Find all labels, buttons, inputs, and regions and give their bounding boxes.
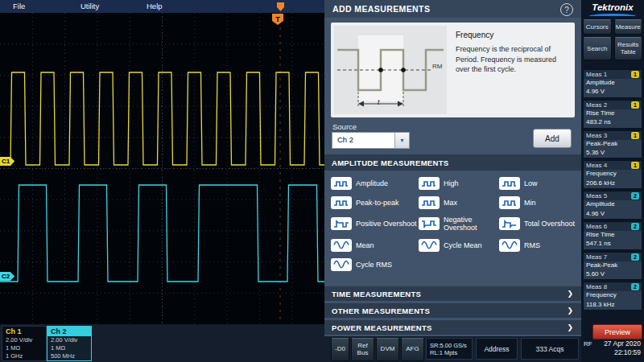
date-label: 27 Apr 2020 xyxy=(604,339,641,348)
menu-help[interactable]: Help xyxy=(147,2,163,10)
measurement-cycle-rms[interactable]: Cycle RMS xyxy=(331,258,419,271)
preview-button[interactable]: Preview xyxy=(592,324,642,339)
meas-5-badge[interactable]: Meas 52 Amplitude 4.96 V xyxy=(583,191,642,220)
amplitude-measurements-grid: Amplitude High Low Peak-to-peak Max Min xyxy=(331,177,577,271)
rms-icon xyxy=(499,239,520,252)
acqs-count-tile: 333 Acqs xyxy=(521,338,579,360)
ref-bus-button[interactable]: Ref Bus xyxy=(351,338,374,361)
datetime: 27 Apr 2020 22:10:59 xyxy=(604,339,641,357)
measure-button[interactable]: Measure xyxy=(614,19,643,35)
source-channel-badge: 1 xyxy=(631,101,639,109)
measurement-info-title: Frequency xyxy=(456,31,493,39)
meas-6-badge[interactable]: Meas 62 Rise Time 547.1 ns xyxy=(583,221,642,250)
source-channel-badge: 2 xyxy=(631,253,639,261)
dialog-header: ADD MEASUREMENTS xyxy=(324,0,581,18)
frequency-diagram-icon xyxy=(334,26,447,114)
total-overshoot-icon xyxy=(499,217,520,230)
other-measurements-section[interactable]: OTHER MEASUREMENTS ❯ xyxy=(324,303,581,318)
measurement-peak-to-peak[interactable]: Peak-to-peak xyxy=(331,196,419,209)
meas-8-badge[interactable]: Meas 82 Frequency 118.3 kHz xyxy=(583,282,642,311)
chevron-right-icon: ❯ xyxy=(567,290,581,298)
negative-overshoot-icon xyxy=(419,217,440,230)
measurement-total-overshoot[interactable]: Total Overshoot xyxy=(499,216,577,232)
waveform-display[interactable]: T C1 C2 xyxy=(0,13,324,324)
min-icon xyxy=(499,196,520,209)
measurement-badges: Meas 11 Amplitude 4.96 V Meas 21 Rise Ti… xyxy=(581,69,644,312)
measurement-info-description: Frequency is the reciprocal of Period. F… xyxy=(456,44,570,75)
amplitude-section-header: AMPLITUDE MEASUREMENTS xyxy=(324,154,581,171)
chevron-right-icon: ❯ xyxy=(567,323,581,331)
menu-file[interactable]: File xyxy=(13,2,25,10)
cursors-button[interactable]: Cursors xyxy=(583,19,612,35)
measurement-rms[interactable]: RMS xyxy=(499,239,577,252)
mean-icon xyxy=(331,239,352,252)
cycle-rms-icon xyxy=(331,258,352,271)
positive-overshoot-icon xyxy=(331,217,352,230)
meas-4-badge[interactable]: Meas 41 Frequency 206.6 kHz xyxy=(583,160,642,189)
rf-label: RF xyxy=(584,340,592,348)
low-icon xyxy=(499,177,520,190)
peak-to-peak-icon xyxy=(331,196,352,209)
measurement-max[interactable]: Max xyxy=(419,196,499,209)
chevron-down-icon[interactable]: ▼ xyxy=(394,133,409,148)
menu-utility[interactable]: Utility xyxy=(80,2,99,10)
ch2-tile[interactable]: Ch 2 2.00 V/div 1 MΩ 500 MHz xyxy=(47,326,92,361)
afg-button[interactable]: AFG xyxy=(401,338,424,361)
meas-1-badge[interactable]: Meas 11 Amplitude 4.96 V xyxy=(583,69,642,98)
meas-3-badge[interactable]: Meas 31 Peak-Peak 5.36 V xyxy=(583,130,642,159)
results-table-button[interactable]: Results Table xyxy=(614,37,643,60)
dvm-button[interactable]: DVM xyxy=(376,338,399,361)
logo-swoosh xyxy=(589,14,636,16)
menu-bar: File Utility Help xyxy=(0,0,324,13)
acquisition-settings-tile[interactable]: SR:5.00 GS/s RL:1 Mpts xyxy=(426,338,473,360)
source-label: Source xyxy=(332,122,357,131)
dialog-title: ADD MEASUREMENTS xyxy=(332,4,430,14)
measurement-info-card: RM t Frequency Frequency is the reciproc… xyxy=(331,23,575,117)
time-label: 22:10:59 xyxy=(604,348,641,357)
source-channel-badge: 1 xyxy=(631,132,639,139)
t-label: t xyxy=(378,98,380,106)
tektronix-logo: Tektronix xyxy=(581,2,644,12)
waveform-svg xyxy=(0,13,324,324)
amplitude-section-title: AMPLITUDE MEASUREMENTS xyxy=(324,158,448,167)
ch1-tile[interactable]: Ch 1 2.00 V/div 1 MΩ 1 GHz xyxy=(2,326,47,361)
chevron-right-icon: ❯ xyxy=(567,306,581,315)
measurement-cycle-mean[interactable]: Cycle Mean xyxy=(419,239,499,252)
high-icon xyxy=(419,177,440,190)
meas-7-badge[interactable]: Meas 72 Peak-Peak 5.60 V xyxy=(583,252,642,281)
d0-button[interactable]: -D0 xyxy=(331,338,349,361)
measurement-mean[interactable]: Mean xyxy=(331,239,419,252)
measurement-low[interactable]: Low xyxy=(499,177,577,190)
add-measurements-dialog: ADD MEASUREMENTS ? RM t xyxy=(324,0,581,336)
source-channel-badge: 1 xyxy=(631,71,639,78)
address-tile[interactable]: Address xyxy=(476,338,518,360)
help-icon[interactable]: ? xyxy=(560,3,573,16)
max-icon xyxy=(419,196,440,209)
source-dropdown[interactable]: Ch 2 ▼ xyxy=(332,132,410,149)
source-channel-badge: 2 xyxy=(631,223,639,230)
add-button[interactable]: Add xyxy=(533,129,572,148)
meas-2-badge[interactable]: Meas 21 Rise Time 483.2 ns xyxy=(583,100,642,129)
measurement-high[interactable]: High xyxy=(419,177,499,190)
measurement-amplitude[interactable]: Amplitude xyxy=(331,177,419,190)
source-channel-badge: 2 xyxy=(631,283,639,290)
measurement-min[interactable]: Min xyxy=(499,196,577,209)
rm-label: RM xyxy=(432,63,442,70)
amplitude-icon xyxy=(331,177,352,190)
power-measurements-section[interactable]: POWER MEASUREMENTS ❯ xyxy=(324,320,581,335)
trigger-position-icon[interactable] xyxy=(277,2,284,11)
right-sidebar: Tektronix Cursors Measure Search Results… xyxy=(581,0,644,362)
sidebar-nav: Cursors Measure Search Results Table xyxy=(583,19,642,60)
search-button[interactable]: Search xyxy=(583,37,612,60)
time-measurements-section[interactable]: TIME MEASUREMENTS ❯ xyxy=(324,286,581,301)
source-channel-badge: 1 xyxy=(631,162,639,169)
measurement-positive-overshoot[interactable]: Positive Overshoot xyxy=(331,216,419,232)
measurement-negative-overshoot[interactable]: Negative Overshoot xyxy=(419,216,499,232)
source-value: Ch 2 xyxy=(332,133,394,148)
oscilloscope-screen: File Utility Help T C1 C2 ADD MEASUREMEN… xyxy=(0,0,644,362)
source-channel-badge: 2 xyxy=(631,192,639,200)
cycle-mean-icon xyxy=(419,239,440,252)
frequency-illustration: RM t xyxy=(334,26,447,114)
